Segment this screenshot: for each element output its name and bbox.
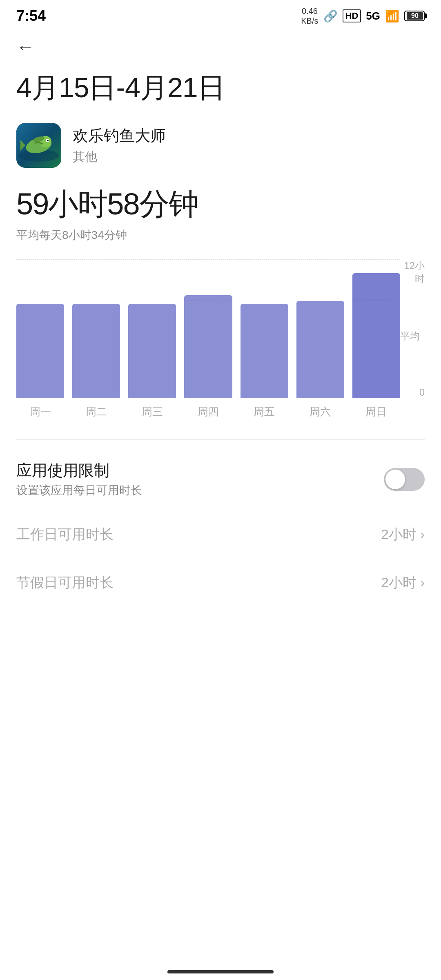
hd-badge: HD <box>343 9 361 22</box>
time-display: 7:54 <box>16 7 46 24</box>
x-label-thu: 周四 <box>184 405 232 419</box>
app-info: 欢乐钓鱼大师 其他 <box>0 119 441 180</box>
battery-level: 90 <box>407 12 423 20</box>
link-icon: 🔗 <box>323 9 338 23</box>
holiday-chevron-icon: › <box>421 576 425 590</box>
chart-area: 12小时 平均 0 <box>16 259 425 398</box>
x-label-mon: 周一 <box>16 405 64 419</box>
x-label-tue: 周二 <box>72 405 120 419</box>
status-bar: 7:54 0.46KB/s 🔗 HD 5G 📶 90 <box>0 0 441 29</box>
app-name: 欢乐钓鱼大师 <box>73 125 166 146</box>
x-axis-labels: 周一 周二 周三 周四 周五 周六 周日 <box>16 405 425 419</box>
avg-usage: 平均每天8小时34分钟 <box>16 227 425 243</box>
y-label-bottom: 0 <box>400 387 425 398</box>
holiday-limit-value: 2小时 › <box>381 573 425 592</box>
limit-subtitle: 设置该应用每日可用时长 <box>16 483 142 498</box>
date-range: 4月15日-4月21日 <box>16 69 425 107</box>
x-label-sun: 周日 <box>352 405 400 419</box>
weekday-limit-time: 2小时 <box>381 525 416 544</box>
date-header: 4月15日-4月21日 <box>0 65 441 119</box>
limit-title: 应用使用限制 <box>16 460 142 481</box>
grid-top <box>16 259 400 260</box>
limit-text: 应用使用限制 设置该应用每日可用时长 <box>16 460 142 498</box>
battery-icon: 90 <box>404 11 425 21</box>
holiday-limit-time: 2小时 <box>381 573 416 592</box>
network-speed: 0.46KB/s <box>301 6 318 26</box>
usage-time-section: 59小时58分钟 平均每天8小时34分钟 <box>0 180 441 259</box>
back-arrow-icon: ← <box>16 37 34 57</box>
back-button[interactable]: ← <box>0 29 441 65</box>
limit-header-row: 应用使用限制 设置该应用每日可用时长 <box>16 460 425 498</box>
y-label-top: 12小时 <box>400 259 425 285</box>
weekday-limit-value: 2小时 › <box>381 525 425 544</box>
grid-avg <box>16 300 400 300</box>
x-label-fri: 周五 <box>241 405 288 419</box>
home-indicator <box>167 970 274 973</box>
total-usage: 59小时58分钟 <box>16 184 425 225</box>
y-label-avg: 平均 <box>400 330 425 343</box>
app-icon <box>16 123 61 168</box>
holiday-limit-row[interactable]: 节假日可用时长 2小时 › <box>0 559 441 607</box>
weekday-limit-label: 工作日可用时长 <box>16 525 114 544</box>
app-text: 欢乐钓鱼大师 其他 <box>73 125 166 165</box>
usage-limit-toggle[interactable] <box>384 468 425 491</box>
app-category: 其他 <box>73 149 166 165</box>
chart-container: 12小时 平均 0 <box>0 259 441 427</box>
holiday-limit-label: 节假日可用时长 <box>16 573 114 592</box>
weekday-chevron-icon: › <box>421 528 425 541</box>
chart-grid <box>16 259 400 398</box>
signal-5g: 5G <box>366 10 380 22</box>
divider-1 <box>16 439 425 440</box>
signal-bars: 📶 <box>385 9 399 23</box>
svg-point-6 <box>47 140 49 141</box>
limit-section: 应用使用限制 设置该应用每日可用时长 <box>0 452 441 510</box>
status-icons: 0.46KB/s 🔗 HD 5G 📶 90 <box>301 6 425 26</box>
weekday-limit-row[interactable]: 工作日可用时长 2小时 › <box>0 510 441 559</box>
x-label-wed: 周三 <box>128 405 176 419</box>
x-label-sat: 周六 <box>296 405 344 419</box>
y-axis-labels: 12小时 平均 0 <box>400 259 425 398</box>
toggle-knob <box>385 470 405 489</box>
